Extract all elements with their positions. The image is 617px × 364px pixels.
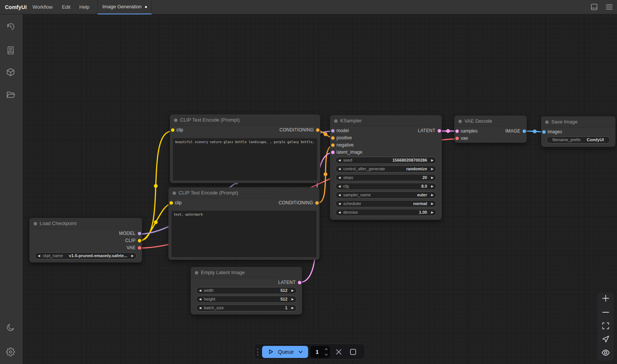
node-collapse-dot[interactable] — [34, 222, 37, 225]
widget-width[interactable]: ◀▶width512 — [196, 287, 297, 294]
settings-icon[interactable] — [6, 347, 15, 356]
widget-seed[interactable]: ◀▶seed156680208700286 — [335, 157, 437, 164]
widget-decrement-icon[interactable]: ◀ — [38, 253, 40, 259]
zoom-in-icon[interactable] — [602, 294, 610, 302]
node-clip-text-encode-negative[interactable]: CLIP Text Encode (Prompt)clipCONDITIONIN… — [168, 187, 319, 260]
widget-decrement-icon[interactable]: ◀ — [338, 183, 341, 190]
widget-decrement-icon[interactable]: ◀ — [199, 296, 201, 302]
widget-steps[interactable]: ◀▶steps20 — [335, 174, 437, 181]
stop-icon[interactable] — [350, 349, 356, 355]
node-load-checkpoint[interactable]: Load CheckpointMODELCLIPVAE◀▶ckpt_namev1… — [29, 218, 142, 262]
node-header[interactable]: Load Checkpoint — [29, 218, 142, 229]
widget-ckpt_name[interactable]: ◀▶ckpt_namev1-5-pruned-emaonly.safete... — [35, 252, 137, 259]
widget-decrement-icon[interactable]: ◀ — [338, 157, 341, 163]
output-port-MODEL[interactable] — [138, 232, 141, 235]
widget-increment-icon[interactable]: ▶ — [292, 287, 294, 294]
node-collapse-dot[interactable] — [458, 120, 462, 123]
widget-decrement-icon[interactable]: ◀ — [338, 201, 341, 207]
input-port-clip[interactable] — [170, 201, 173, 205]
batch-count-input[interactable]: 1 — [310, 346, 330, 358]
widget-increment-icon[interactable]: ▶ — [431, 174, 433, 181]
output-port-CONDITIONING[interactable] — [315, 201, 319, 205]
widget-increment-icon[interactable]: ▶ — [292, 305, 294, 311]
widget-decrement-icon[interactable]: ◀ — [199, 305, 201, 311]
widget-decrement-icon[interactable]: ◀ — [338, 192, 341, 198]
graph-canvas[interactable] — [23, 14, 617, 364]
queue-button[interactable]: Queue — [262, 346, 308, 358]
panel-toggle-icon[interactable] — [591, 4, 597, 12]
widget-sampler_name[interactable]: ◀▶sampler_nameeuler — [335, 191, 437, 199]
node-clip-text-encode-positive[interactable]: CLIP Text Encode (Prompt)clipCONDITIONIN… — [170, 114, 320, 183]
input-port-samples[interactable] — [455, 130, 459, 133]
widget-increment-icon[interactable]: ▶ — [131, 253, 134, 259]
widget-decrement-icon[interactable]: ◀ — [338, 209, 341, 216]
input-port-model[interactable] — [331, 129, 335, 133]
theme-moon-icon[interactable] — [6, 323, 15, 332]
widget-batch_size[interactable]: ◀▶batch_size1 — [196, 304, 297, 312]
batch-increment-icon[interactable] — [324, 347, 328, 351]
output-port-IMAGE[interactable] — [523, 130, 526, 133]
input-port-latent_image[interactable] — [331, 151, 335, 154]
node-header[interactable]: CLIP Text Encode (Prompt) — [168, 187, 319, 199]
node-collapse-dot[interactable] — [545, 120, 549, 124]
menu-help[interactable]: Help — [79, 0, 89, 14]
output-port-LATENT[interactable] — [438, 129, 441, 133]
input-port-negative[interactable] — [331, 143, 335, 147]
queue-drag-handle[interactable] — [257, 349, 259, 355]
input-port-vae[interactable] — [455, 137, 459, 140]
queue-options-chevron-icon[interactable] — [298, 350, 303, 354]
output-port-VAE[interactable] — [138, 246, 141, 250]
widget-decrement-icon[interactable]: ◀ — [338, 174, 341, 181]
output-port-CONDITIONING[interactable] — [316, 128, 319, 132]
widget-increment-icon[interactable]: ▶ — [431, 209, 433, 216]
node-library-icon[interactable] — [6, 46, 15, 55]
widget-filename_prefix[interactable]: filename_prefixComfyUI — [546, 136, 610, 143]
menu-edit[interactable]: Edit — [62, 0, 70, 14]
node-save-image[interactable]: Save Imageimagesfilename_prefixComfyUI — [541, 116, 615, 147]
widget-cfg[interactable]: ◀▶cfg8.0 — [335, 183, 437, 190]
select-mode-icon[interactable] — [602, 335, 610, 343]
output-port-LATENT[interactable] — [298, 281, 301, 284]
model-library-icon[interactable] — [6, 68, 15, 77]
node-vae-decode[interactable]: VAE DecodesamplesIMAGEvae — [454, 116, 527, 143]
node-collapse-dot[interactable] — [334, 119, 338, 123]
history-icon[interactable] — [6, 22, 15, 31]
widget-increment-icon[interactable]: ▶ — [431, 157, 433, 163]
prompt-textarea[interactable]: beautiful scenery nature glass bottle la… — [173, 138, 317, 180]
interrupt-icon[interactable] — [335, 349, 342, 355]
widget-decrement-icon[interactable]: ◀ — [338, 166, 341, 172]
menu-workflow[interactable]: Workflow — [32, 0, 52, 14]
node-header[interactable]: CLIP Text Encode (Prompt) — [170, 114, 320, 126]
widget-increment-icon[interactable]: ▶ — [431, 183, 433, 190]
input-port-images[interactable] — [542, 130, 546, 134]
node-header[interactable]: Empty Latent Image — [191, 267, 302, 278]
node-collapse-dot[interactable] — [195, 271, 198, 275]
output-port-CLIP[interactable] — [138, 239, 141, 242]
widget-decrement-icon[interactable]: ◀ — [199, 287, 201, 294]
batch-decrement-icon[interactable] — [324, 353, 328, 356]
widget-height[interactable]: ◀▶height512 — [196, 296, 297, 303]
node-empty-latent-image[interactable]: Empty Latent ImageLATENT◀▶width512◀▶heig… — [191, 267, 302, 315]
fit-view-icon[interactable] — [602, 322, 610, 330]
node-header[interactable]: VAE Decode — [454, 116, 527, 127]
widget-increment-icon[interactable]: ▶ — [431, 166, 433, 172]
widget-scheduler[interactable]: ◀▶schedulernormal — [335, 200, 437, 207]
node-header[interactable]: Save Image — [541, 116, 615, 128]
input-port-clip[interactable] — [171, 128, 174, 132]
tab-image-generation[interactable]: Image Generation — [97, 0, 152, 14]
zoom-out-icon[interactable] — [602, 308, 610, 316]
input-port-positive[interactable] — [331, 136, 335, 140]
node-collapse-dot[interactable] — [174, 119, 177, 122]
node-collapse-dot[interactable] — [173, 191, 176, 195]
node-header[interactable]: KSampler — [330, 115, 442, 126]
widget-increment-icon[interactable]: ▶ — [431, 201, 433, 207]
prompt-textarea[interactable]: text, watermark — [171, 211, 316, 257]
widget-increment-icon[interactable]: ▶ — [292, 296, 294, 302]
toggle-links-icon[interactable] — [602, 349, 610, 357]
workflows-icon[interactable] — [6, 90, 15, 99]
widget-increment-icon[interactable]: ▶ — [431, 192, 433, 198]
widget-control_after_generate[interactable]: ◀▶control_after_generaterandomize — [335, 165, 437, 173]
widget-denoise[interactable]: ◀▶denoise1.00 — [335, 209, 437, 216]
menu-icon[interactable] — [606, 4, 612, 11]
node-ksampler[interactable]: KSamplermodelLATENTpositivenegativelaten… — [330, 115, 442, 220]
